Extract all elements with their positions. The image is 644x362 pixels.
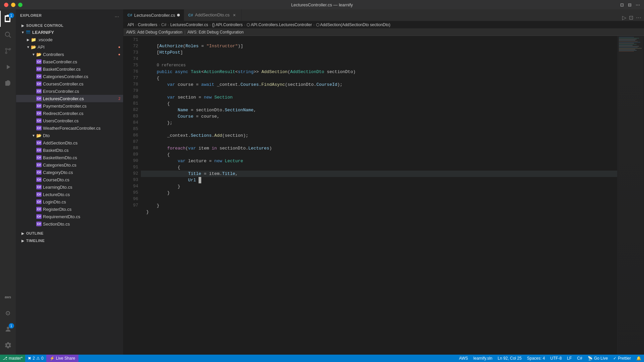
activity-explorer[interactable]: 1	[0, 11, 16, 27]
split-editor-icon[interactable]: ⊡	[629, 14, 633, 21]
api-folder-icon: 📂	[31, 44, 36, 50]
aws-edit-debug[interactable]: AWS: Edit Debug Configuration	[187, 30, 244, 35]
sidebar-header: EXPLORER ...	[16, 9, 123, 21]
coursedto[interactable]: C# CourseDto.cs	[16, 176, 123, 183]
base-controller[interactable]: C# BaseController.cs	[16, 58, 123, 65]
svg-rect-0	[6, 16, 8, 17]
basketitemdto[interactable]: C# BasketItemDto.cs	[16, 154, 123, 161]
tab-addsectiondto[interactable]: C# AddSectionDto.cs ×	[184, 9, 241, 21]
maximize-button[interactable]	[18, 3, 22, 7]
timeline-section[interactable]: ▶ TIMELINE	[16, 236, 123, 244]
editor-content: 71 72 73 74 75 76 77 78 79 80 81 82 83 8…	[123, 36, 644, 355]
status-eol[interactable]: LF	[565, 355, 575, 362]
learningdto[interactable]: C# LearningDto.cs	[16, 183, 123, 191]
vscode-folder[interactable]: ▶ 📁 .vscode	[16, 36, 123, 43]
status-bar: ⎇ master* ✖ 2 ⚠ 0 ⚡ Live Share AWS learn…	[0, 355, 644, 362]
status-prettier[interactable]: ✓ Prettier	[610, 355, 634, 362]
status-position[interactable]: Ln 92, Col 25	[495, 355, 524, 362]
requirementdto[interactable]: C# RequirementDto.cs	[16, 213, 123, 220]
controllers-arrow: ▼	[31, 52, 36, 57]
registerdto[interactable]: C# RegisterDto.cs	[16, 205, 123, 213]
encoding-label: UTF-8	[550, 356, 562, 361]
code-line-71	[141, 37, 617, 43]
users-controller[interactable]: C# UsersController.cs	[16, 117, 123, 124]
bc-api[interactable]: API	[127, 22, 134, 27]
activity-aws[interactable]: aws	[0, 289, 16, 305]
minimap	[617, 36, 644, 355]
status-notification[interactable]: 🔔	[634, 355, 644, 362]
activity-search[interactable]	[0, 27, 16, 43]
code-line-93: }	[141, 183, 617, 190]
basket-controller[interactable]: C# BasketController.cs	[16, 65, 123, 73]
sectiondto[interactable]: C# SectionDto.cs	[16, 220, 123, 228]
window-controls[interactable]	[4, 3, 22, 7]
tab-lectures-controller[interactable]: C# LecturesController.cs	[123, 9, 184, 21]
dto-folder[interactable]: ▼ 📂 Dto	[16, 132, 123, 139]
basketdto[interactable]: C# BasketDto.cs	[16, 146, 123, 154]
eol-label: LF	[567, 356, 572, 361]
more-actions-icon[interactable]: ⋯	[636, 14, 641, 21]
controllers-folder[interactable]: ▼ 📂 Controllers ●	[16, 51, 123, 58]
errors-controller[interactable]: C# ErrorsController.cs	[16, 87, 123, 95]
sidebar-more[interactable]: ...	[115, 12, 119, 18]
sidebar-actions[interactable]: ...	[115, 12, 119, 18]
addsectiondto[interactable]: C# AddSectionDto.cs	[16, 139, 123, 146]
code-editor[interactable]: [Authorize(Roles = "Instructor")] [HttpP…	[141, 36, 617, 355]
outline-section[interactable]: ▶ OUTLINE	[16, 229, 123, 236]
categoriesdto[interactable]: C# CategoriesDto.cs	[16, 161, 123, 169]
courses-controller[interactable]: C# CoursesController.cs	[16, 80, 123, 87]
code-line-72: [Authorize(Roles = "Instructor")]	[141, 43, 617, 49]
source-control-section[interactable]: ▶ SOURCE CONTROL	[16, 21, 123, 28]
activity-source-control[interactable]	[0, 43, 16, 59]
cs-icon: C#	[36, 126, 42, 130]
source-control-label: SOURCE CONTROL	[26, 23, 64, 27]
activity-account[interactable]: 1	[0, 321, 16, 337]
lectures-error-count: 2	[118, 97, 120, 101]
bc-csharp: C#	[161, 22, 166, 27]
status-spaces[interactable]: Spaces: 4	[524, 355, 547, 362]
liveshare-label: Live Share	[56, 356, 75, 361]
status-errors[interactable]: ✖ 2 ⚠ 0	[25, 355, 46, 362]
tab-close-2[interactable]: ×	[232, 12, 237, 18]
activity-settings[interactable]	[0, 337, 16, 353]
run-icon[interactable]: ▷	[622, 14, 626, 21]
split-icon[interactable]: ⊟	[628, 2, 632, 7]
bc-class[interactable]: ⬡ API.Controllers.LecturesController	[247, 22, 312, 27]
live-share[interactable]: ⚡ Live Share	[46, 355, 78, 362]
cs-icon: C#	[36, 214, 42, 219]
more-icon[interactable]: ⋯	[636, 2, 640, 7]
source-control-arrow: ▶	[20, 23, 25, 28]
logindto[interactable]: C# LoginDto.cs	[16, 198, 123, 205]
close-button[interactable]	[4, 3, 8, 7]
lectures-controller-file[interactable]: C# LecturesController.cs 2	[16, 95, 123, 102]
categories-controller[interactable]: C# CategoriesController.cs	[16, 73, 123, 80]
controllers-error-badge: ●	[118, 52, 120, 56]
status-encoding[interactable]: UTF-8	[548, 355, 565, 362]
aws-add-debug[interactable]: AWS: Add Debug Configuration	[126, 30, 182, 35]
layout-icon[interactable]: ⊡	[620, 2, 624, 7]
git-branch[interactable]: ⎇ master*	[0, 355, 25, 362]
tree-root[interactable]: ▼ LEARNIFY	[16, 28, 123, 36]
cs-icon: C#	[36, 104, 42, 108]
status-language[interactable]: C#	[575, 355, 585, 362]
bc-method[interactable]: ⬡ AddSection(AddSectionDto sectionDto)	[316, 22, 390, 27]
minimize-button[interactable]	[11, 3, 15, 7]
activity-extensions[interactable]	[0, 75, 16, 91]
payments-controller[interactable]: C# PaymentsController.cs	[16, 102, 123, 110]
categorydto[interactable]: C# CategoryDto.cs	[16, 169, 123, 176]
api-folder[interactable]: ▼ 📂 API ●	[16, 43, 123, 51]
code-line-97: }	[141, 209, 617, 215]
status-aws[interactable]: AWS	[456, 355, 471, 362]
redirect-controller[interactable]: C# RedirectController.cs	[16, 110, 123, 117]
status-right: AWS learnify.sln Ln 92, Col 25 Spaces: 4…	[456, 355, 644, 362]
weather-controller[interactable]: C# WeatherForecastController.cs	[16, 124, 123, 132]
activity-remote[interactable]: ⊙	[0, 305, 16, 321]
status-solution[interactable]: learnify.sln	[471, 355, 495, 362]
bc-file[interactable]: LecturesController.cs	[170, 22, 208, 27]
bc-namespace[interactable]: {} API.Controllers	[212, 22, 243, 27]
activity-run[interactable]	[0, 59, 16, 75]
bc-controllers[interactable]: Controllers	[138, 22, 157, 27]
lecturedto[interactable]: C# LectureDto.cs	[16, 191, 123, 198]
tab-name-2: AddSectionDto.cs	[195, 12, 229, 17]
status-go-live[interactable]: 📡 Go Live	[585, 355, 610, 362]
